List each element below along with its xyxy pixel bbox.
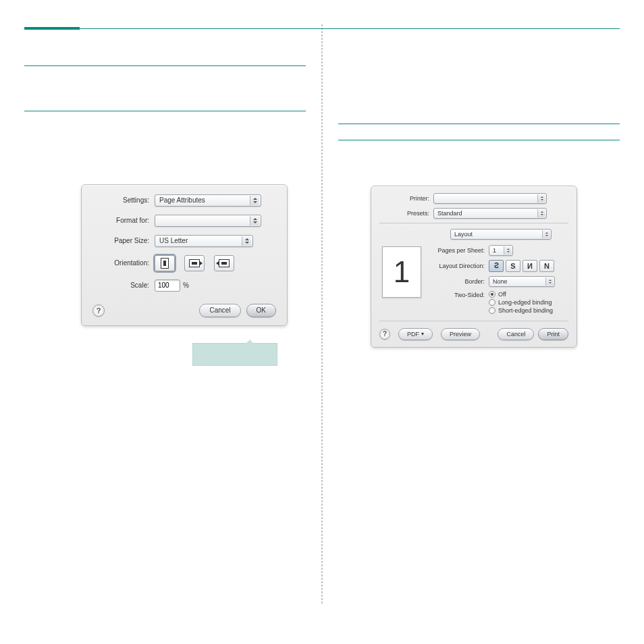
two-sided-option-off[interactable]: Off	[489, 291, 553, 298]
layout-direction-2-button[interactable]: S	[506, 260, 520, 272]
layout-direction-4-button[interactable]: N	[539, 260, 554, 272]
right-section-heading-1	[338, 116, 620, 124]
pdf-button[interactable]: PDF▾	[398, 328, 433, 340]
cancel-button[interactable]: Cancel	[498, 328, 534, 340]
right-section-heading-2	[338, 132, 620, 140]
settings-popup[interactable]: Page Attributes	[155, 194, 261, 207]
pdf-button-label: PDF	[407, 331, 419, 338]
popup-stepper-icon	[537, 209, 545, 217]
border-value: None	[493, 278, 508, 285]
layout-direction-label: Layout Direction:	[429, 263, 489, 269]
scale-suffix: %	[183, 281, 189, 289]
border-label: Border:	[429, 278, 489, 285]
two-sided-label: Two-Sided:	[429, 291, 489, 298]
ok-button[interactable]: OK	[246, 304, 276, 317]
two-sided-option-long[interactable]: Long-edged binding	[489, 299, 553, 306]
cancel-button[interactable]: Cancel	[199, 304, 240, 317]
print-dialog: Printer: Presets: Standard Layout	[371, 186, 577, 348]
left-body-1: Lorem ipsum dolor sit amet, consectetur …	[24, 70, 306, 87]
presets-label: Presets:	[379, 210, 433, 217]
scale-input[interactable]	[155, 279, 180, 292]
left-body-2: Ut enim ad minim veniam, quis nostrud ex…	[24, 115, 306, 173]
paper-size-label: Paper Size:	[92, 237, 155, 244]
presets-value: Standard	[437, 210, 462, 217]
chevron-down-icon: ▾	[421, 331, 424, 337]
pages-per-sheet-value: 1	[493, 247, 496, 254]
radio-icon	[489, 291, 495, 298]
popup-stepper-icon	[537, 194, 545, 203]
printer-popup[interactable]	[433, 193, 547, 204]
paper-size-value: US Letter	[159, 237, 188, 244]
settings-label: Settings:	[92, 196, 155, 204]
left-section-heading-1	[24, 58, 306, 66]
divider-line	[379, 321, 568, 321]
popup-stepper-icon	[545, 277, 554, 286]
help-button[interactable]: ?	[92, 304, 105, 317]
two-sided-option-long-text: Long-edged binding	[498, 299, 552, 306]
two-sided-option-short[interactable]: Short-edged binding	[489, 307, 553, 314]
format-for-popup[interactable]	[155, 215, 261, 227]
radio-icon	[489, 299, 495, 306]
printer-label: Printer:	[379, 195, 433, 202]
popup-stepper-icon	[250, 196, 259, 205]
two-sided-option-off-text: Off	[498, 291, 506, 298]
two-sided-option-short-text: Short-edged binding	[498, 307, 553, 314]
radio-icon	[489, 307, 495, 314]
callout-highlight	[192, 343, 277, 366]
left-section-heading-2	[24, 103, 306, 111]
orientation-landscape-right-button[interactable]	[184, 255, 205, 271]
divider-line	[379, 223, 568, 223]
help-button[interactable]: ?	[379, 329, 390, 340]
format-for-label: Format for:	[92, 217, 155, 224]
print-button[interactable]: Print	[538, 328, 568, 340]
settings-popup-value: Page Attributes	[159, 196, 205, 204]
orientation-portrait-button[interactable]	[155, 255, 175, 271]
popup-stepper-icon	[504, 246, 512, 254]
layout-preview: 1	[382, 246, 421, 298]
scale-label: Scale:	[92, 281, 155, 289]
popup-stepper-icon	[242, 236, 251, 246]
orientation-label: Orientation:	[92, 259, 155, 267]
pane-value: Layout	[454, 231, 473, 238]
right-body-1: Lorem ipsum dolor sit amet, consectetur …	[338, 144, 620, 169]
pages-per-sheet-label: Pages per Sheet:	[429, 247, 489, 254]
pages-per-sheet-popup[interactable]: 1	[489, 245, 513, 256]
pane-popup[interactable]: Layout	[450, 229, 552, 240]
layout-direction-3-button[interactable]: И	[522, 260, 537, 272]
presets-popup[interactable]: Standard	[433, 208, 547, 219]
border-popup[interactable]: None	[489, 276, 555, 287]
layout-direction-1-button[interactable]: Ƨ	[489, 260, 504, 272]
orientation-landscape-left-button[interactable]	[214, 255, 234, 271]
preview-button[interactable]: Preview	[441, 328, 480, 340]
paper-size-popup[interactable]: US Letter	[155, 235, 253, 247]
page-setup-dialog: Settings: Page Attributes Format for: Pa…	[81, 184, 288, 326]
popup-stepper-icon	[250, 216, 259, 225]
popup-stepper-icon	[542, 230, 550, 238]
